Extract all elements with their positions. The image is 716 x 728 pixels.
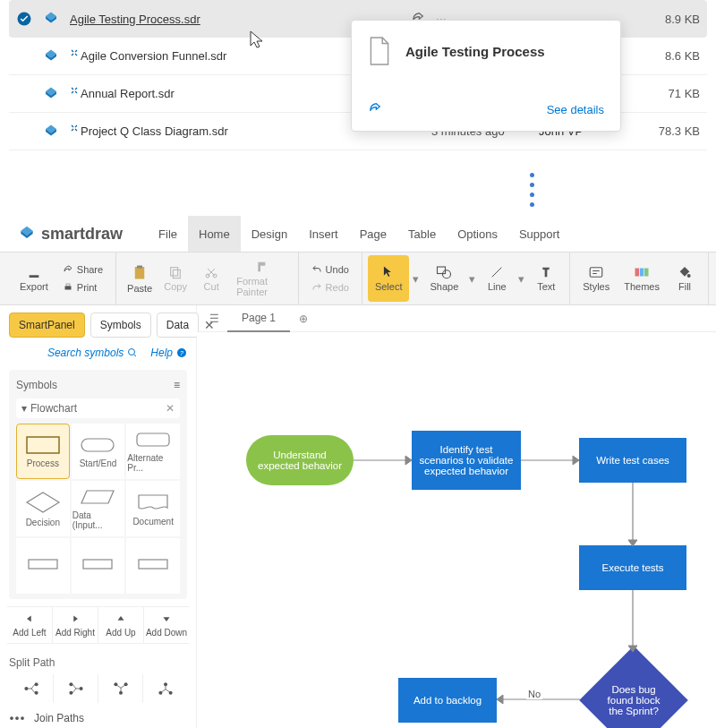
paste-button[interactable]: Paste [122, 255, 158, 302]
split-option[interactable] [143, 674, 187, 703]
svg-rect-23 [83, 560, 112, 569]
add-right-button[interactable]: Add Right [53, 607, 98, 643]
export-button[interactable]: Export [13, 255, 55, 302]
checked-icon [16, 11, 32, 27]
sdr-file-icon [43, 124, 59, 140]
arrow-label-no: No [526, 689, 542, 699]
svg-rect-1 [64, 287, 71, 290]
search-symbols-link[interactable]: Search symbols [47, 347, 138, 359]
canvas[interactable]: Understand expected behavior Identify te… [197, 332, 716, 728]
menu-icon[interactable]: ≡ [174, 379, 180, 391]
add-left-button[interactable]: Add Left [7, 607, 53, 643]
svg-point-10 [443, 270, 451, 278]
add-down-button[interactable]: Add Down [144, 607, 189, 643]
select-tool-button[interactable]: Select [368, 255, 410, 302]
menu-options[interactable]: Options [447, 216, 508, 252]
shape-document[interactable]: Document [126, 481, 180, 536]
menu-home[interactable]: Home [188, 216, 241, 252]
svg-rect-5 [171, 268, 178, 276]
shape-more[interactable] [126, 538, 180, 594]
shape-alternate[interactable]: Alternate Pr... [126, 424, 180, 479]
svg-rect-9 [438, 267, 446, 274]
file-name[interactable]: Project Q Class Diagram.sdr [81, 124, 228, 138]
menu-table[interactable]: Table [397, 216, 447, 252]
svg-rect-6 [173, 270, 180, 278]
add-page-icon[interactable]: ⊕ [290, 313, 317, 325]
brand-logo[interactable]: smartdraw [18, 225, 123, 244]
shape-decision[interactable]: Decision [16, 481, 70, 536]
split-option[interactable] [54, 674, 98, 703]
tab-smartpanel[interactable]: SmartPanel [9, 313, 85, 338]
share-button[interactable]: Share [59, 261, 107, 278]
text-tool-button[interactable]: Text [528, 255, 564, 302]
sdr-file-icon [43, 48, 59, 64]
split-path-header: Split Path [9, 651, 187, 674]
help-link[interactable]: Help ? [150, 347, 187, 359]
close-category-icon[interactable]: ✕ [166, 402, 175, 415]
print-button[interactable]: Print [59, 278, 107, 296]
fill-button[interactable]: Fill [667, 255, 703, 302]
cut-button[interactable]: Cut [193, 255, 229, 302]
file-name[interactable]: Agile Conversion Funnel.sdr [81, 49, 226, 63]
svg-point-39 [21, 716, 24, 720]
ribbon-toolbar: Export Share Print Paste Copy Cut Format… [0, 252, 716, 305]
tab-symbols[interactable]: Symbols [90, 313, 151, 338]
line-tool-button[interactable]: Line [479, 255, 515, 302]
flow-node-understand[interactable]: Understand expected behavior [246, 435, 354, 485]
file-size: 78.3 KB [646, 124, 700, 138]
shape-more[interactable] [72, 538, 125, 594]
symbol-category[interactable]: ▾Flowchart✕ [16, 398, 180, 418]
menu-file[interactable]: File [148, 216, 188, 252]
file-name[interactable]: Annual Report.sdr [81, 87, 175, 100]
redo-button[interactable]: Redo [308, 278, 353, 296]
menu-page[interactable]: Page [349, 216, 397, 252]
add-up-button[interactable]: Add Up [98, 607, 144, 643]
flow-node-decision[interactable]: Does bug found block the Sprint? [579, 646, 688, 728]
styles-button[interactable]: Styles [575, 255, 617, 302]
flow-node-write[interactable]: Write test cases [579, 438, 686, 483]
join-paths-button[interactable]: Join Paths [9, 703, 187, 724]
menu-support[interactable]: Support [508, 216, 571, 252]
menu-insert[interactable]: Insert [298, 216, 349, 252]
shape-tool-button[interactable]: Shape [422, 255, 465, 302]
sdr-file-icon [43, 11, 59, 27]
svg-text:?: ? [180, 350, 183, 356]
copy-button[interactable]: Copy [158, 255, 193, 302]
section-separator-icon [0, 173, 716, 207]
svg-point-38 [15, 716, 19, 720]
tab-data[interactable]: Data [157, 313, 199, 338]
flow-node-backlog[interactable]: Add to backlog [398, 678, 497, 723]
file-size: 71 KB [646, 87, 700, 100]
svg-rect-12 [635, 269, 640, 277]
svg-point-26 [34, 682, 38, 686]
svg-rect-13 [640, 269, 644, 277]
svg-point-31 [119, 691, 123, 695]
svg-rect-14 [644, 269, 649, 277]
page-tab[interactable]: Page 1 [227, 305, 290, 332]
symbols-header[interactable]: Symbols≡ [16, 375, 180, 395]
shape-data[interactable]: Data (Input... [72, 481, 125, 536]
see-details-link[interactable]: See details [547, 103, 604, 116]
shape-more[interactable] [16, 538, 70, 594]
shape-process[interactable]: Process [16, 424, 70, 479]
new-indicator-icon [70, 86, 79, 95]
flow-node-identify[interactable]: Identify test scenarios to validate expe… [412, 431, 521, 490]
svg-rect-21 [137, 433, 169, 446]
format-painter-button[interactable]: Format Painter [229, 255, 292, 302]
svg-point-29 [69, 682, 72, 686]
undo-button[interactable]: Undo [308, 261, 353, 278]
list-view-icon[interactable]: ☰ [200, 313, 227, 325]
shape-startend[interactable]: Start/End [72, 424, 125, 479]
svg-point-34 [164, 682, 167, 686]
menu-design[interactable]: Design [241, 216, 298, 252]
flow-node-execute[interactable]: Execute tests [579, 545, 686, 590]
svg-rect-24 [139, 560, 167, 569]
split-option[interactable] [9, 674, 54, 703]
split-option[interactable] [98, 674, 143, 703]
svg-point-37 [10, 716, 13, 720]
svg-rect-11 [591, 268, 603, 278]
new-indicator-icon [70, 124, 79, 133]
file-name[interactable]: Agile Testing Process.sdr [70, 13, 200, 26]
themes-button[interactable]: Themes [617, 255, 667, 302]
preview-share-button[interactable] [368, 101, 382, 118]
